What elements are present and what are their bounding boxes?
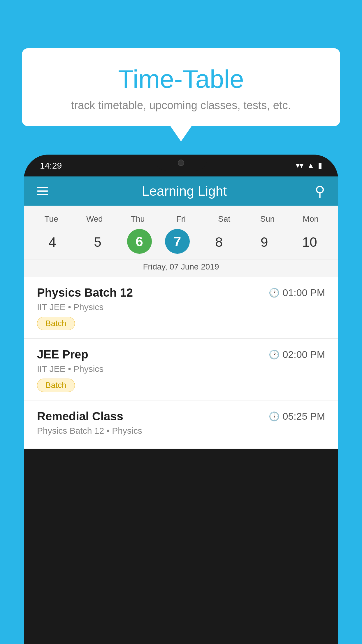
batch-tag-2: Batch [37,379,75,392]
schedule-item-subtitle-1: IIT JEE • Physics [37,302,325,312]
app-header: Learning Light ⚲ [24,176,338,206]
day-header-mon: Mon [295,214,327,224]
schedule-item-header-1: Physics Batch 12 🕐 01:00 PM [37,286,325,299]
day-6-today[interactable]: 6 [127,229,152,254]
hamburger-menu-icon[interactable] [37,187,48,195]
day-header-fri: Fri [165,214,197,224]
day-header-thu: Thu [122,214,154,224]
date-label: Friday, 07 June 2019 [24,260,338,277]
schedule-item-time-3: 🕔 05:25 PM [269,411,325,422]
day-7-selected[interactable]: 7 [165,229,190,254]
schedule-item-header-3: Remedial Class 🕔 05:25 PM [37,410,325,423]
clock-icon-1: 🕐 [269,288,280,298]
day-header-wed: Wed [78,214,110,224]
camera-dot [178,160,184,166]
tooltip-subtitle: track timetable, upcoming classes, tests… [39,99,323,112]
tooltip-card: Time-Table track timetable, upcoming cla… [22,48,340,126]
day-4[interactable]: 4 [36,229,68,255]
day-numbers: 4 5 6 7 8 9 10 [24,227,338,260]
phone-screen: Learning Light ⚲ Tue Wed Thu Fri Sat Sun… [24,176,338,449]
phone-time: 14:29 [40,161,62,171]
schedule-item-subtitle-2: IIT JEE • Physics [37,364,325,374]
day-header-tue: Tue [35,214,67,224]
schedule-item-header-2: JEE Prep 🕑 02:00 PM [37,348,325,361]
status-bar: 14:29 ▾▾ ▲ ▮ [24,155,338,176]
phone-frame: 14:29 ▾▾ ▲ ▮ Learning Light ⚲ Tue Wed [24,155,338,644]
schedule-container: Physics Batch 12 🕐 01:00 PM IIT JEE • Ph… [24,277,338,449]
clock-icon-2: 🕑 [269,349,280,360]
signal-icon: ▲ [307,161,314,170]
schedule-item-title-3: Remedial Class [37,410,123,423]
schedule-item-subtitle-3: Physics Batch 12 • Physics [37,426,325,436]
schedule-item-3[interactable]: Remedial Class 🕔 05:25 PM Physics Batch … [24,400,338,449]
day-header-sat: Sat [208,214,240,224]
calendar-strip: Tue Wed Thu Fri Sat Sun Mon 4 5 6 7 8 9 … [24,206,338,277]
schedule-item-title-1: Physics Batch 12 [37,286,133,299]
phone-notch [155,155,207,171]
tooltip-title: Time-Table [39,64,323,94]
day-headers: Tue Wed Thu Fri Sat Sun Mon [24,211,338,227]
schedule-item-time-1: 🕐 01:00 PM [269,287,325,298]
wifi-icon: ▾▾ [296,161,303,170]
schedule-item-title-2: JEE Prep [37,348,88,361]
search-icon[interactable]: ⚲ [315,183,325,199]
day-10[interactable]: 10 [294,229,326,255]
day-8[interactable]: 8 [203,229,235,255]
status-icons: ▾▾ ▲ ▮ [296,161,322,170]
schedule-item-time-2: 🕑 02:00 PM [269,349,325,360]
batch-tag-1: Batch [37,317,75,330]
schedule-item-1[interactable]: Physics Batch 12 🕐 01:00 PM IIT JEE • Ph… [24,277,338,339]
battery-icon: ▮ [318,161,322,170]
schedule-item-2[interactable]: JEE Prep 🕑 02:00 PM IIT JEE • Physics Ba… [24,339,338,400]
schedule-item-time-text-2: 02:00 PM [282,349,325,360]
app-title: Learning Light [54,183,315,199]
day-9[interactable]: 9 [248,229,280,255]
schedule-item-time-text-3: 05:25 PM [282,411,325,422]
clock-icon-3: 🕔 [269,411,280,421]
day-header-sun: Sun [252,214,284,224]
schedule-item-time-text-1: 01:00 PM [282,287,325,298]
day-5[interactable]: 5 [82,229,114,255]
